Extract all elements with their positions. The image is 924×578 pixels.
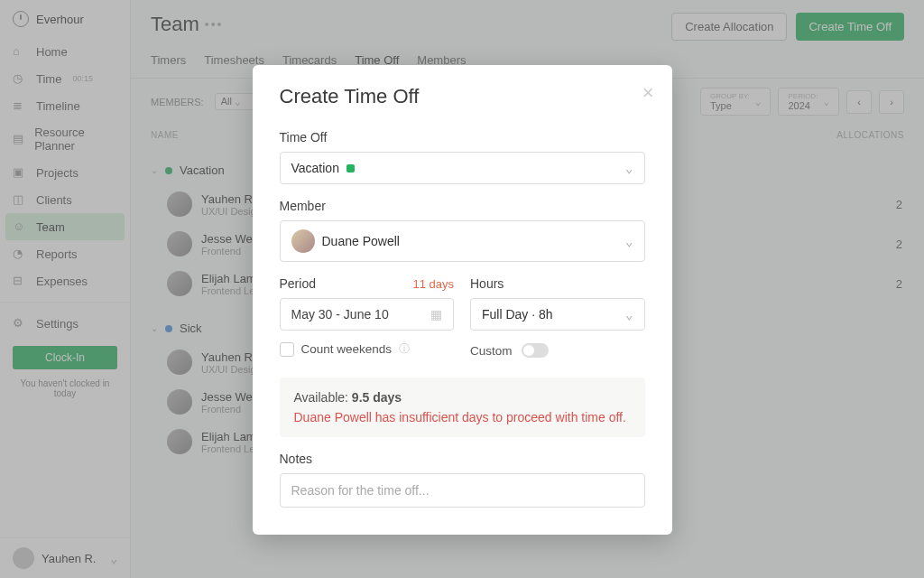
count-weekends-label: Count weekends — [301, 342, 393, 356]
period-label: Period — [280, 276, 316, 291]
timeoff-type-select[interactable]: Vacation ⌄ — [280, 152, 645, 184]
modal-overlay: × Create Time Off Time Off Vacation ⌄ Me… — [0, 0, 924, 578]
error-message: Duane Powell has insufficient days to pr… — [294, 410, 631, 424]
modal-title: Create Time Off — [280, 85, 645, 108]
type-color-dot — [346, 164, 355, 172]
days-count: 11 days — [412, 277, 454, 291]
hours-select[interactable]: Full Day · 8h ⌄ — [470, 298, 645, 331]
create-timeoff-modal: × Create Time Off Time Off Vacation ⌄ Me… — [253, 65, 672, 535]
hours-label: Hours — [470, 276, 504, 291]
chevron-down-icon: ⌄ — [625, 161, 633, 175]
timeoff-type-label: Time Off — [280, 130, 645, 144]
close-icon[interactable]: × — [642, 81, 654, 105]
period-input[interactable]: May 30 - June 10 ▦ — [280, 298, 455, 331]
member-label: Member — [280, 199, 645, 213]
availability-box: Available: 9.5 days Duane Powell has ins… — [280, 378, 645, 437]
notes-input[interactable]: Reason for the time off... — [280, 473, 645, 508]
notes-label: Notes — [280, 452, 645, 466]
count-weekends-checkbox[interactable] — [280, 342, 294, 357]
calendar-icon: ▦ — [430, 307, 442, 322]
chevron-down-icon: ⌄ — [625, 307, 633, 322]
custom-toggle[interactable] — [522, 343, 549, 358]
member-select[interactable]: Duane Powell ⌄ — [280, 220, 645, 262]
info-icon[interactable]: ⓘ — [399, 341, 410, 357]
chevron-down-icon: ⌄ — [625, 234, 633, 248]
custom-label: Custom — [470, 344, 513, 358]
member-avatar — [291, 229, 315, 253]
